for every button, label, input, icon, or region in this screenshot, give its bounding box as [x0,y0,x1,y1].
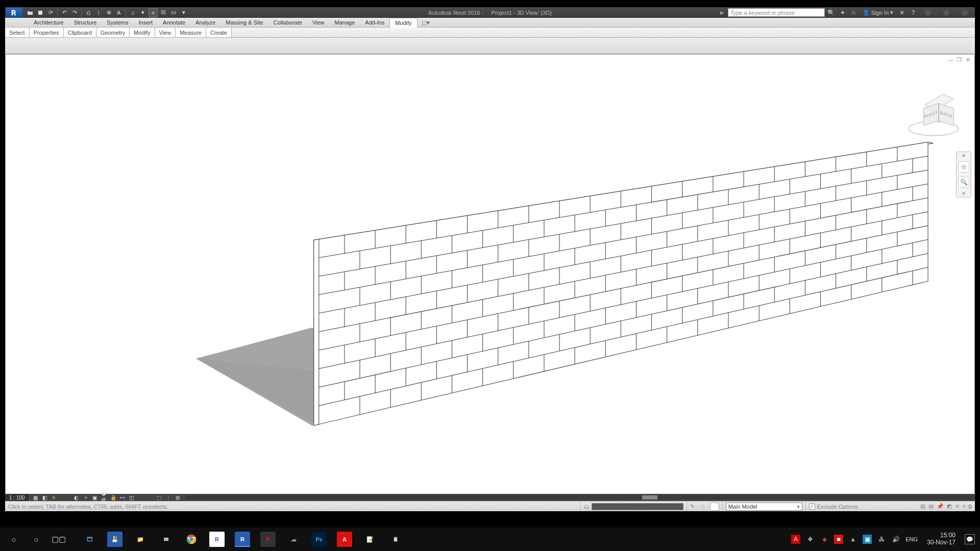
window-minimize-button[interactable] [925,10,931,16]
panel-modify[interactable]: Modify [130,28,155,37]
canvas-horizontal-scrollbar[interactable] [186,495,973,499]
taskbar-app-calculator[interactable]: 🖩 [388,532,403,547]
select-face-icon[interactable]: ◩ [947,503,952,510]
qat-undo-button[interactable]: ↶ [60,8,69,17]
tray-network-icon[interactable]: 🖧 [877,535,886,544]
tab-architecture[interactable]: Architecture [29,18,69,27]
tray-autodesk-icon[interactable]: ▲ [848,535,857,544]
tray-manager-icon[interactable]: ▣ [863,535,872,544]
tab-massing-site[interactable]: Massing & Site [220,18,268,27]
taskbar-app-autocad[interactable]: A [337,532,352,547]
model-view[interactable] [6,55,974,497]
qat-save-button[interactable] [36,8,45,17]
crop-region-icon[interactable]: �裁 [101,494,107,500]
tab-modify[interactable]: Modify [389,18,417,28]
view-scale[interactable]: 1 : 100 [5,494,30,501]
selection-filter[interactable]: ▿ :0 [963,503,972,510]
lock-3d-icon[interactable]: 🔒 [110,494,116,500]
help-button[interactable]: ? [909,8,918,17]
qat-switch-windows-button[interactable]: ▭ [169,8,178,17]
qat-section-button[interactable]: ▾ [138,8,148,17]
reveal-constraints-icon[interactable]: ⊞ [175,494,181,500]
panel-measure[interactable]: Measure [176,28,206,37]
panel-properties[interactable]: Properties [30,28,64,37]
taskbar-clock[interactable]: 15:00 30-Nov-17 [923,532,960,546]
temp-hide-icon[interactable]: 👓 [119,494,126,500]
qat-open-button[interactable] [26,8,35,17]
visual-style-icon[interactable]: ◧ [42,494,48,500]
tab-systems[interactable]: Systems [102,18,133,27]
comm-center-icon[interactable]: ✦ [838,8,847,17]
zoom-button[interactable]: 🔍 [958,177,969,188]
viewcube[interactable]: RIGHT BACK [908,90,959,141]
signin-button[interactable]: 👤 Sign In ▾ [861,9,895,16]
tray-acad-icon[interactable]: ■ [834,535,843,544]
detail-level-icon[interactable]: ▦ [33,494,39,500]
taskbar-app-chrome[interactable] [184,532,199,547]
qat-thinlines-button[interactable]: ≡ [149,8,158,17]
worksharing-icon[interactable]: ⬚ [156,494,162,500]
start-button[interactable]: ○ [7,533,20,546]
select-pinned-icon[interactable]: 📌 [937,503,944,510]
tab-insert[interactable]: Insert [134,18,158,27]
qat-text-button[interactable]: A [114,8,124,17]
tab-addins[interactable]: Add-Ins [360,18,389,27]
editing-requests-button[interactable] [710,503,719,511]
help-search-input[interactable]: Type a keyword or phrase [728,8,825,17]
nav-home-dot[interactable] [962,154,965,157]
tray-sync-icon[interactable]: ❖ [805,535,815,544]
qat-close-hidden-button[interactable]: ☒ [159,8,168,17]
qat-3dview-button[interactable]: ⌂ [128,8,137,17]
ribbon-panel-toggle[interactable]: ▢▾ [418,18,434,27]
editable-only-icon[interactable]: ✎ [690,503,695,510]
taskbar-app-revit[interactable]: R [235,532,250,547]
rendering-icon[interactable]: ✦ [83,494,89,500]
cortana-button[interactable]: ○ [30,533,43,546]
select-links-icon[interactable]: ▥ [920,503,925,510]
qat-print-button[interactable]: ⎙ [84,8,93,17]
taskbar-app-project[interactable]: P [260,532,276,547]
taskbar-app-save[interactable]: 💾 [107,532,122,547]
scrollbar-thumb[interactable] [642,495,657,499]
tray-volume-icon[interactable]: 🔊 [891,535,900,544]
drag-elements-icon[interactable]: ⤧ [955,503,960,510]
tab-view[interactable]: View [307,18,330,27]
taskbar-app-notepad[interactable]: 📝 [362,532,378,547]
sun-path-icon[interactable]: ☀ [51,494,57,500]
panel-view[interactable]: View [155,28,176,37]
qat-measure-button[interactable]: ⟊ [94,8,103,17]
taskbar-app-files[interactable]: 📁 [133,532,148,547]
reveal-hidden-icon[interactable]: ◫ [129,494,135,500]
crop-icon[interactable]: ▣ [92,494,98,500]
panel-create[interactable]: Create [206,28,232,37]
tray-adobe-icon[interactable]: A [791,535,800,544]
nav-expand-dot[interactable] [962,192,965,195]
window-maximize-button[interactable] [943,10,949,16]
shadows-icon[interactable]: ◐ [74,494,80,500]
steering-wheel-button[interactable]: ◎ [958,161,969,172]
panel-clipboard[interactable]: Clipboard [64,28,96,37]
app-menu-button[interactable] [6,8,22,18]
task-view-button[interactable]: ▢▢ [52,533,65,546]
tray-av-icon[interactable]: ◆ [820,535,829,544]
tray-language[interactable]: ENG [905,536,918,542]
tab-collaborate[interactable]: Collaborate [268,18,307,27]
drawing-canvas[interactable]: — ❐ ✕ RIGHT BACK ◎ 🔍 [5,54,975,496]
workset-input[interactable] [592,503,683,510]
select-underlay-icon[interactable]: ▤ [928,503,934,510]
qat-redo-button[interactable]: ↷ [70,8,79,17]
panel-geometry[interactable]: Geometry [96,28,130,37]
exchange-apps-icon[interactable]: ✕ [897,8,906,17]
qat-customize-dropdown[interactable]: ▾ [179,8,188,17]
taskbar-app-revit-2[interactable]: R [209,532,225,547]
taskbar-app-mail[interactable]: ✉ [158,532,174,547]
taskbar-app-cloud[interactable]: ☁ [286,532,301,547]
workset-icon[interactable]: 🗂 [584,504,590,510]
design-options-dropdown[interactable]: Main Model▾ [726,503,802,511]
taskbar-app-explorer[interactable]: 🗔 [82,532,97,547]
window-close-button[interactable] [962,10,968,16]
qat-sync-button[interactable]: ⟳ [46,8,55,17]
tab-structure[interactable]: Structure [69,18,102,27]
taskbar-app-photoshop[interactable]: Ps [311,532,327,547]
action-center-button[interactable]: 💬 [965,534,975,544]
